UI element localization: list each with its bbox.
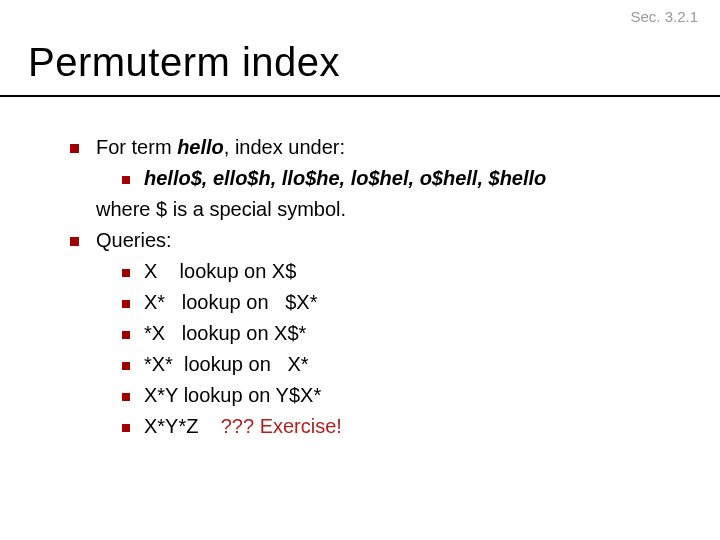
list-item: For term hello, index under: hello$, ell…: [70, 133, 680, 224]
queries-label: Queries:: [96, 229, 172, 251]
text: , index under:: [224, 136, 345, 158]
list-item: hello$, ello$h, llo$he, lo$hel, o$hell, …: [122, 164, 680, 193]
page-title: Permuterm index: [28, 40, 720, 85]
term-hello: hello: [177, 136, 224, 158]
queries-list: X lookup on X$ X* lookup on $X* *X looku…: [122, 257, 680, 441]
bullet-list: For term hello, index under: hello$, ell…: [70, 133, 680, 441]
where-note: where $ is a special symbol.: [96, 195, 680, 224]
title-area: Permuterm index: [0, 0, 720, 89]
query-prefix: X*Y*Z: [144, 415, 221, 437]
exercise-note: ??? Exercise!: [221, 415, 342, 437]
list-item: Queries: X lookup on X$ X* lookup on $X*…: [70, 226, 680, 441]
query-row: X lookup on X$: [122, 257, 680, 286]
text: For term: [96, 136, 177, 158]
slide: { "section_label": "Sec. 3.2.1", "title"…: [0, 0, 720, 540]
content-area: For term hello, index under: hello$, ell…: [0, 97, 720, 441]
query-row: X*Y*Z ??? Exercise!: [122, 412, 680, 441]
sub-list: hello$, ello$h, llo$he, lo$hel, o$hell, …: [122, 164, 680, 193]
section-label: Sec. 3.2.1: [630, 8, 698, 25]
query-row: *X* lookup on X*: [122, 350, 680, 379]
query-row: X* lookup on $X*: [122, 288, 680, 317]
permuterm-rotations: hello$, ello$h, llo$he, lo$hel, o$hell, …: [144, 167, 546, 189]
query-row: X*Y lookup on Y$X*: [122, 381, 680, 410]
query-row: *X lookup on X$*: [122, 319, 680, 348]
